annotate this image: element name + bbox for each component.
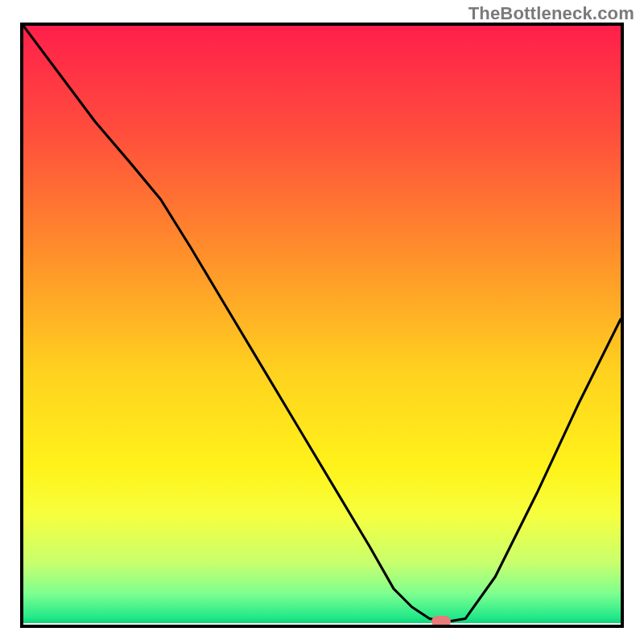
- optimal-marker: [431, 616, 451, 627]
- watermark-text: TheBottleneck.com: [469, 3, 634, 24]
- chart-container: TheBottleneck.com: [0, 0, 644, 644]
- bottleneck-curve: [23, 26, 621, 625]
- plot-area: [20, 23, 624, 628]
